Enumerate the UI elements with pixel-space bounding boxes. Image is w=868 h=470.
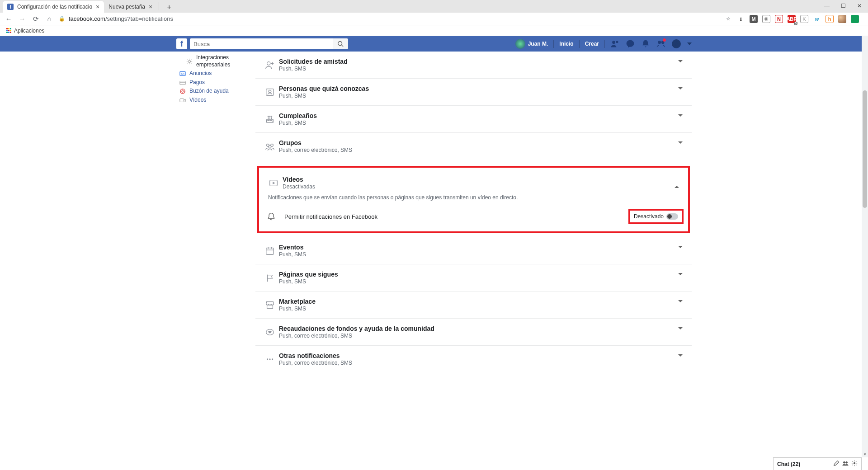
extension-n-icon[interactable]: N [775, 15, 783, 23]
chevron-down-icon [678, 144, 683, 149]
bookmark-star-icon[interactable]: ☆ [724, 15, 732, 23]
svg-point-44 [843, 461, 845, 463]
svg-point-4 [658, 41, 661, 44]
extension-globe-icon[interactable]: ◉ [762, 15, 770, 23]
setting-row-marketplace[interactable]: Marketplace Push, SMS [255, 291, 692, 318]
nav-home-button[interactable]: ⌂ [45, 15, 53, 23]
nav-create-link[interactable]: Crear [585, 41, 599, 47]
sidebar-item-videos[interactable]: Vídeos [176, 96, 255, 105]
help-question-icon[interactable]: ? [672, 39, 681, 48]
extension-green-dot-icon[interactable] [851, 15, 859, 23]
gear-icon [186, 58, 193, 65]
sidebar-item-support-inbox[interactable]: Buzón de ayuda [176, 87, 255, 96]
row-title: Recaudaciones de fondos y ayuda de la co… [279, 325, 678, 332]
chat-settings-icon[interactable] [851, 460, 858, 468]
lifebuoy-icon [179, 88, 186, 95]
quick-help-icon[interactable] [656, 39, 665, 48]
messenger-icon[interactable] [626, 39, 635, 48]
sidebar-item-ads[interactable]: AD Anuncios [176, 69, 255, 78]
chat-dock[interactable]: Chat (22) [773, 457, 862, 470]
apps-grid-icon[interactable] [6, 28, 11, 33]
row-subtitle: Push, SMS [279, 66, 678, 72]
setting-row-birthdays[interactable]: Cumpleaños Push, SMS [255, 105, 692, 132]
fb-search-button[interactable] [333, 38, 348, 49]
svg-point-28 [269, 116, 270, 117]
fb-user-link[interactable]: Juan M. [515, 39, 548, 49]
extension-h-icon[interactable]: h [826, 15, 834, 23]
extension-adblock-icon[interactable]: ABP [788, 15, 796, 23]
store-icon [261, 300, 279, 310]
window-maximize-button[interactable]: ☐ [837, 1, 849, 11]
row-subtitle: Push, correo electrónico, SMS [279, 147, 678, 153]
nav-home-link[interactable]: Inicio [559, 41, 573, 47]
play-icon [264, 178, 283, 188]
page-scrollbar-track[interactable] [862, 36, 868, 457]
chevron-down-icon [678, 62, 683, 68]
window-close-button[interactable]: ✕ [854, 1, 865, 11]
friend-add-icon [261, 60, 279, 70]
nav-reload-button[interactable]: ⟳ [32, 15, 40, 23]
person-card-icon [261, 87, 279, 97]
ad-icon: AD [179, 70, 186, 77]
tab-title: Nueva pestaña [108, 4, 145, 10]
fb-logo[interactable]: f [176, 38, 187, 49]
bell-icon [264, 212, 278, 221]
window-minimize-button[interactable]: — [821, 1, 833, 11]
extension-instapaper-icon[interactable]: I [737, 15, 745, 23]
page-scrollbar-down-arrow[interactable]: ▾ [862, 451, 868, 457]
profile-avatar-icon[interactable] [838, 15, 846, 23]
groups-icon [261, 141, 279, 151]
extension-m-icon[interactable]: M [750, 15, 758, 23]
fb-search-input[interactable] [190, 38, 333, 49]
extension-w-icon[interactable]: w [813, 15, 821, 23]
tab-close-button[interactable]: × [96, 3, 99, 10]
row-subtitle: Push, SMS [279, 278, 678, 285]
lock-icon: 🔒 [59, 16, 65, 22]
notifications-toggle[interactable] [666, 213, 678, 220]
notifications-icon[interactable] [641, 39, 650, 48]
account-menu-caret[interactable] [687, 42, 692, 45]
row-subtitle: Desactivadas [283, 183, 675, 190]
friend-requests-icon[interactable] [610, 39, 619, 48]
window-controls: — ☐ ✕ [821, 1, 865, 11]
calendar-icon [261, 246, 279, 256]
svg-point-42 [269, 358, 270, 360]
svg-point-18 [267, 61, 270, 65]
row-title: Marketplace [279, 298, 678, 305]
browser-tab-active[interactable]: f Configuración de las notificacio × [3, 1, 104, 13]
setting-row-people-you-may-know[interactable]: Personas que quizá conozcas Push, SMS [255, 78, 692, 105]
setting-row-pages-you-follow[interactable]: Páginas que sigues Push, SMS [255, 264, 692, 291]
setting-row-friend-requests[interactable]: Solicitudes de amistad Push, SMS [255, 52, 692, 78]
page-content: Integraciones empresariales AD Anuncios … [176, 52, 692, 372]
nav-back-button[interactable]: ← [5, 15, 13, 23]
videos-permit-row: Permitir notificaciones en Facebook Desa… [259, 205, 688, 229]
fb-header: f Juan M. Inicio Crear ? [0, 36, 868, 52]
svg-point-0 [338, 42, 342, 46]
url-box[interactable]: 🔒 facebook.com/settings?tab=notification… [59, 15, 719, 22]
row-subtitle: Push, correo electrónico, SMS [279, 333, 678, 339]
svg-point-43 [272, 358, 273, 360]
new-tab-button[interactable]: + [164, 2, 175, 13]
cake-icon [261, 114, 279, 124]
setting-row-fundraisers[interactable]: Recaudaciones de fondos y ayuda de la co… [255, 318, 692, 345]
sidebar-item-payments[interactable]: Pagos [176, 78, 255, 87]
browser-tab[interactable]: Nueva pestaña × [104, 1, 157, 13]
bookmarks-apps-label[interactable]: Aplicaciones [14, 28, 44, 34]
extension-k-icon[interactable]: K [800, 15, 808, 23]
setting-row-other-notifications[interactable]: Otras notificaciones Push, correo electr… [255, 345, 692, 372]
setting-row-videos[interactable]: Vídeos Desactivadas [259, 168, 688, 193]
setting-row-groups[interactable]: Grupos Push, correo electrónico, SMS [255, 132, 692, 160]
video-icon [179, 97, 186, 103]
tab-close-button[interactable]: × [149, 3, 152, 10]
nav-forward-button[interactable]: → [18, 15, 26, 23]
sidebar-item-integrations[interactable]: Integraciones empresariales [176, 53, 255, 69]
row-title: Solicitudes de amistad [279, 58, 678, 65]
svg-point-12 [181, 90, 183, 92]
chat-dock-label: Chat (22) [777, 461, 830, 467]
row-subtitle: Push, SMS [279, 251, 678, 258]
setting-row-events[interactable]: Eventos Push, SMS [255, 237, 692, 264]
page-scrollbar-thumb[interactable] [863, 90, 867, 208]
chat-people-icon[interactable] [842, 460, 849, 468]
chat-compose-icon[interactable] [833, 460, 840, 468]
address-bar: ← → ⟳ ⌂ 🔒 facebook.com/settings?tab=noti… [0, 13, 868, 25]
